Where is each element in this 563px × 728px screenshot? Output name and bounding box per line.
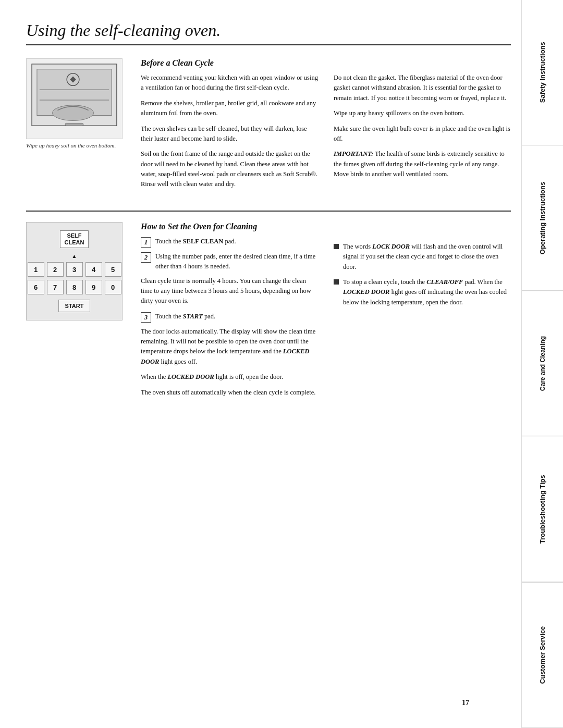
step-3: 3 Touch the START pad. [141, 312, 318, 323]
start-key[interactable]: START [58, 300, 91, 312]
right-para-3: Make sure the oven light bulb cover is i… [334, 124, 511, 144]
key-5[interactable]: 5 [105, 262, 121, 277]
key-0[interactable]: 0 [105, 280, 121, 294]
bottom-section: SELF CLEAN ▲ 1 2 3 4 5 6 7 8 [26, 222, 511, 403]
keypad-label: SELF CLEAN [60, 230, 89, 248]
step-1: 1 Touch the SELF CLEAN pad. [141, 237, 318, 248]
page-wrapper: Using the self-cleaning oven. [0, 0, 563, 728]
step-1-number: 1 [141, 237, 151, 248]
right-para-4: IMPORTANT: The health of some birds is e… [334, 149, 511, 179]
oven-image [26, 58, 123, 139]
bullet-icon-1 [334, 244, 339, 249]
locked-door-ref-3: LOCKED DOOR [343, 288, 389, 295]
sidebar-tab-safety[interactable]: Safety Instructions [522, 0, 563, 145]
bullet-1-text: The words LOCK DOOR will flash and the o… [343, 242, 511, 272]
clean-cycle-para-2: The door locks automatically. The displa… [141, 327, 318, 367]
clear-off-ref: CLEAR/OFF [426, 278, 463, 286]
bullet-1: The words LOCK DOOR will flash and the o… [334, 242, 511, 272]
key-9[interactable]: 9 [85, 280, 102, 294]
clean-cycle-para-4: The oven shuts off automatically when th… [141, 388, 318, 398]
middle-para-1: We recommend venting your kitchen with a… [141, 73, 318, 93]
sidebar-tab-operating[interactable]: Operating Instructions [522, 145, 563, 291]
key-1[interactable]: 1 [28, 262, 44, 277]
sidebar-tab-troubleshooting[interactable]: Troubleshooting Tips [522, 437, 563, 582]
bottom-left: SELF CLEAN ▲ 1 2 3 4 5 6 7 8 [26, 222, 130, 403]
self-clean-ref: SELF CLEAN [183, 238, 224, 245]
sidebar-tab-customer[interactable]: Customer Service [522, 582, 563, 728]
step-3-text: Touch the START pad. [155, 312, 215, 323]
key-4[interactable]: 4 [85, 262, 102, 277]
top-middle: Before a Clean Cycle We recommend ventin… [141, 58, 323, 195]
step-2: 2 Using the number pads, enter the desir… [141, 252, 318, 272]
important-label: IMPORTANT: [334, 150, 373, 157]
top-section: Wipe up heavy soil on the oven bottom. B… [26, 58, 511, 195]
svg-rect-5 [65, 123, 83, 126]
self-clean-label-1: SELF [65, 232, 84, 239]
right-para-2: Wipe up any heavy spillovers on the oven… [334, 108, 511, 118]
main-content: Using the self-cleaning oven. [0, 0, 521, 728]
arrow-icon: ▲ [72, 253, 77, 259]
middle-para-4: Soil on the front frame of the range and… [141, 149, 318, 190]
bullet-2: To stop a clean cycle, touch the CLEAR/O… [334, 277, 511, 307]
lock-door-ref: LOCK DOOR [372, 243, 410, 250]
bullet-icon-2 [334, 279, 339, 285]
bottom-middle: How to Set the Oven for Cleaning 1 Touch… [141, 222, 323, 403]
page-title: Using the self-cleaning oven. [26, 21, 511, 45]
right-para-1: Do not clean the gasket. The fiberglass … [334, 73, 511, 103]
locked-door-ref-1: LOCKED DOOR [141, 348, 310, 365]
key-3[interactable]: 3 [66, 262, 83, 277]
top-left: Wipe up heavy soil on the oven bottom. [26, 58, 130, 195]
section-divider [26, 211, 511, 212]
key-7[interactable]: 7 [47, 280, 64, 294]
how-to-set-title: How to Set the Oven for Cleaning [141, 222, 318, 231]
middle-para-3: The oven shelves can be self-cleaned, bu… [141, 124, 318, 144]
clean-cycle-para-1: Clean cycle time is normally 4 hours. Yo… [141, 276, 318, 306]
svg-point-4 [53, 105, 94, 121]
key-6[interactable]: 6 [28, 280, 44, 294]
step-2-number: 2 [141, 252, 151, 263]
keypad-row-2: 6 7 8 9 0 [28, 280, 121, 294]
bullet-section: The words LOCK DOOR will flash and the o… [334, 242, 511, 307]
bullet-2-text: To stop a clean cycle, touch the CLEAR/O… [343, 277, 511, 307]
middle-para-2: Remove the shelves, broiler pan, broiler… [141, 98, 318, 119]
bottom-right: The words LOCK DOOR will flash and the o… [334, 222, 511, 403]
clean-cycle-para-3: When the LOCKED DOOR light is off, open … [141, 372, 318, 382]
before-clean-title: Before a Clean Cycle [141, 58, 318, 68]
key-8[interactable]: 8 [66, 280, 83, 294]
image-caption: Wipe up heavy soil on the oven bottom. [26, 142, 130, 150]
top-right: Do not clean the gasket. The fiberglass … [334, 58, 511, 195]
key-2[interactable]: 2 [47, 262, 64, 277]
step-1-text: Touch the SELF CLEAN pad. [155, 237, 236, 248]
keypad-container: SELF CLEAN ▲ 1 2 3 4 5 6 7 8 [26, 222, 123, 320]
page-number: 17 [462, 694, 521, 712]
self-clean-label-2: CLEAN [65, 239, 84, 246]
right-sidebar: Safety Instructions Operating Instructio… [521, 0, 563, 728]
locked-door-ref-2: LOCKED DOOR [167, 373, 214, 380]
step-3-number: 3 [141, 312, 151, 323]
start-ref: START [183, 313, 203, 320]
sidebar-tab-care[interactable]: Care and Cleaning [522, 291, 563, 436]
step-2-text: Using the number pads, enter the desired… [155, 252, 318, 272]
keypad-row-1: 1 2 3 4 5 [28, 262, 121, 277]
